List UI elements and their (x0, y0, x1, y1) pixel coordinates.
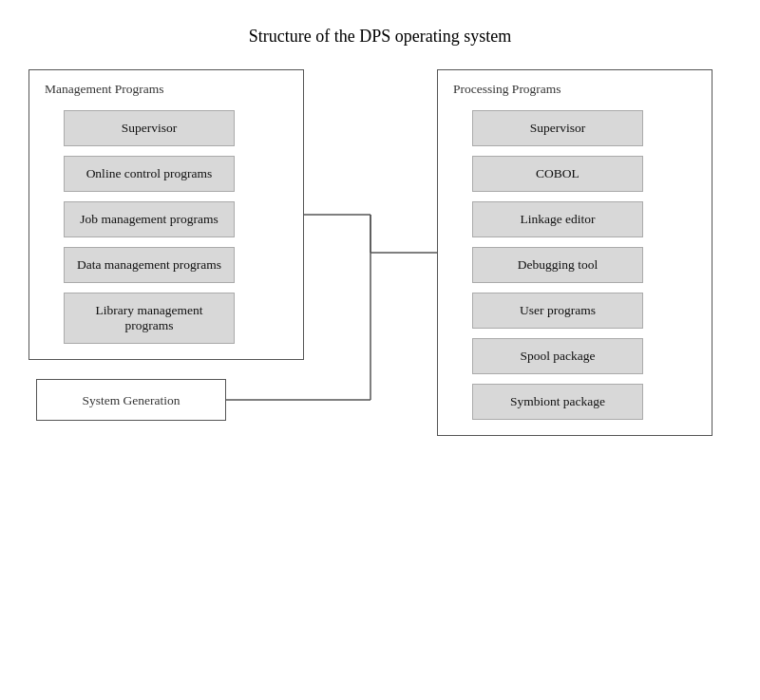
system-generation-box: System Generation (36, 379, 226, 421)
list-item: Supervisor (472, 110, 643, 146)
left-column: Management Programs Supervisor Online co… (28, 69, 323, 421)
list-item: Spool package (472, 338, 643, 374)
list-item: Symbiont package (472, 384, 643, 420)
system-generation-label: System Generation (82, 393, 180, 407)
management-programs-label: Management Programs (45, 82, 288, 97)
list-item: Supervisor (64, 110, 235, 146)
processing-programs-box: Processing Programs Supervisor COBOL Lin… (437, 69, 712, 436)
diagram-wrapper: Management Programs Supervisor Online co… (28, 69, 732, 436)
page-title: Structure of the DPS operating system (249, 27, 511, 47)
list-item: Data management programs (64, 247, 235, 283)
processing-programs-label: Processing Programs (453, 82, 696, 97)
list-item: User programs (472, 293, 643, 329)
list-item: Online control programs (64, 156, 235, 192)
list-item: Library management programs (64, 293, 235, 344)
list-item: Job management programs (64, 201, 235, 237)
list-item: Debugging tool (472, 247, 643, 283)
list-item: COBOL (472, 156, 643, 192)
management-programs-box: Management Programs Supervisor Online co… (28, 69, 304, 360)
right-column: Processing Programs Supervisor COBOL Lin… (437, 69, 732, 436)
diagram-container: Management Programs Supervisor Online co… (28, 69, 732, 436)
list-item: Linkage editor (472, 201, 643, 237)
